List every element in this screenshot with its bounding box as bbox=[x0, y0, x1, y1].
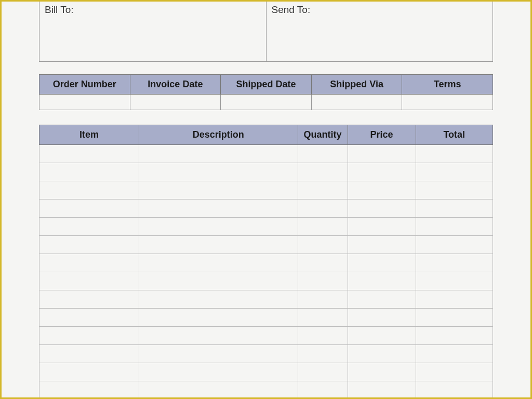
header-invoice-date: Invoice Date bbox=[130, 75, 221, 95]
cell-quantity[interactable] bbox=[298, 272, 348, 290]
cell-total[interactable] bbox=[416, 345, 493, 363]
cell-item[interactable] bbox=[39, 236, 139, 254]
header-description: Description bbox=[139, 125, 298, 145]
cell-item[interactable] bbox=[39, 200, 139, 218]
cell-price[interactable] bbox=[348, 236, 416, 254]
cell-item[interactable] bbox=[39, 345, 139, 363]
cell-quantity[interactable] bbox=[298, 290, 348, 309]
cell-total[interactable] bbox=[416, 309, 493, 327]
cell-total[interactable] bbox=[416, 381, 493, 400]
cell-item[interactable] bbox=[39, 218, 139, 236]
cell-price[interactable] bbox=[348, 290, 416, 309]
cell-order-number[interactable] bbox=[39, 95, 130, 110]
cell-item[interactable] bbox=[39, 309, 139, 327]
cell-price[interactable] bbox=[348, 363, 416, 381]
cell-price[interactable] bbox=[348, 309, 416, 327]
cell-quantity[interactable] bbox=[298, 181, 348, 200]
cell-total[interactable] bbox=[416, 363, 493, 381]
order-summary-table: Order Number Invoice Date Shipped Date S… bbox=[39, 74, 493, 110]
cell-description[interactable] bbox=[139, 181, 298, 200]
header-order-number: Order Number bbox=[39, 75, 130, 95]
cell-total[interactable] bbox=[416, 254, 493, 272]
cell-invoice-date[interactable] bbox=[130, 95, 221, 110]
bill-to-cell[interactable]: Bill To: bbox=[39, 1, 267, 61]
cell-description[interactable] bbox=[139, 163, 298, 181]
cell-quantity[interactable] bbox=[298, 145, 348, 163]
cell-item[interactable] bbox=[39, 254, 139, 272]
line-item-row bbox=[39, 181, 493, 200]
cell-price[interactable] bbox=[348, 163, 416, 181]
cell-total[interactable] bbox=[416, 236, 493, 254]
cell-item[interactable] bbox=[39, 272, 139, 290]
cell-item[interactable] bbox=[39, 163, 139, 181]
invoice-page: Bill To: Send To: Order Number Invoice D… bbox=[2, 1, 530, 399]
cell-quantity[interactable] bbox=[298, 254, 348, 272]
cell-description[interactable] bbox=[139, 327, 298, 345]
line-item-row bbox=[39, 363, 493, 381]
cell-price[interactable] bbox=[348, 200, 416, 218]
cell-price[interactable] bbox=[348, 272, 416, 290]
line-item-row bbox=[39, 290, 493, 309]
cell-total[interactable] bbox=[416, 327, 493, 345]
cell-total[interactable] bbox=[416, 200, 493, 218]
cell-total[interactable] bbox=[416, 181, 493, 200]
cell-terms[interactable] bbox=[402, 95, 493, 110]
cell-description[interactable] bbox=[139, 145, 298, 163]
cell-total[interactable] bbox=[416, 163, 493, 181]
cell-price[interactable] bbox=[348, 381, 416, 400]
cell-shipped-date[interactable] bbox=[221, 95, 312, 110]
cell-price[interactable] bbox=[348, 181, 416, 200]
cell-price[interactable] bbox=[348, 327, 416, 345]
send-to-cell[interactable]: Send To: bbox=[267, 1, 493, 61]
header-terms: Terms bbox=[402, 75, 493, 95]
cell-description[interactable] bbox=[139, 345, 298, 363]
line-item-row bbox=[39, 309, 493, 327]
cell-description[interactable] bbox=[139, 236, 298, 254]
cell-quantity[interactable] bbox=[298, 381, 348, 400]
cell-price[interactable] bbox=[348, 254, 416, 272]
cell-price[interactable] bbox=[348, 345, 416, 363]
cell-item[interactable] bbox=[39, 181, 139, 200]
cell-description[interactable] bbox=[139, 200, 298, 218]
line-item-row bbox=[39, 163, 493, 181]
cell-quantity[interactable] bbox=[298, 200, 348, 218]
cell-quantity[interactable] bbox=[298, 309, 348, 327]
header-item: Item bbox=[39, 125, 139, 145]
cell-description[interactable] bbox=[139, 363, 298, 381]
line-item-row bbox=[39, 327, 493, 345]
cell-price[interactable] bbox=[348, 218, 416, 236]
cell-description[interactable] bbox=[139, 381, 298, 400]
cell-total[interactable] bbox=[416, 272, 493, 290]
cell-item[interactable] bbox=[39, 327, 139, 345]
cell-total[interactable] bbox=[416, 290, 493, 309]
cell-item[interactable] bbox=[39, 363, 139, 381]
cell-total[interactable] bbox=[416, 218, 493, 236]
cell-quantity[interactable] bbox=[298, 345, 348, 363]
cell-quantity[interactable] bbox=[298, 363, 348, 381]
line-item-row bbox=[39, 218, 493, 236]
cell-quantity[interactable] bbox=[298, 236, 348, 254]
cell-total[interactable] bbox=[416, 145, 493, 163]
cell-item[interactable] bbox=[39, 145, 139, 163]
cell-description[interactable] bbox=[139, 290, 298, 309]
cell-price[interactable] bbox=[348, 145, 416, 163]
cell-item[interactable] bbox=[39, 381, 139, 400]
line-item-row bbox=[39, 381, 493, 400]
address-block: Bill To: Send To: bbox=[39, 1, 493, 62]
cell-item[interactable] bbox=[39, 290, 139, 309]
cell-description[interactable] bbox=[139, 218, 298, 236]
bill-to-label: Bill To: bbox=[45, 4, 74, 15]
line-item-row bbox=[39, 254, 493, 272]
cell-description[interactable] bbox=[139, 309, 298, 327]
cell-shipped-via[interactable] bbox=[311, 95, 402, 110]
cell-description[interactable] bbox=[139, 272, 298, 290]
cell-quantity[interactable] bbox=[298, 327, 348, 345]
cell-quantity[interactable] bbox=[298, 218, 348, 236]
line-item-row bbox=[39, 345, 493, 363]
cell-quantity[interactable] bbox=[298, 163, 348, 181]
header-total: Total bbox=[416, 125, 493, 145]
header-quantity: Quantity bbox=[298, 125, 348, 145]
cell-description[interactable] bbox=[139, 254, 298, 272]
send-to-label: Send To: bbox=[272, 4, 311, 15]
header-shipped-via: Shipped Via bbox=[311, 75, 402, 95]
